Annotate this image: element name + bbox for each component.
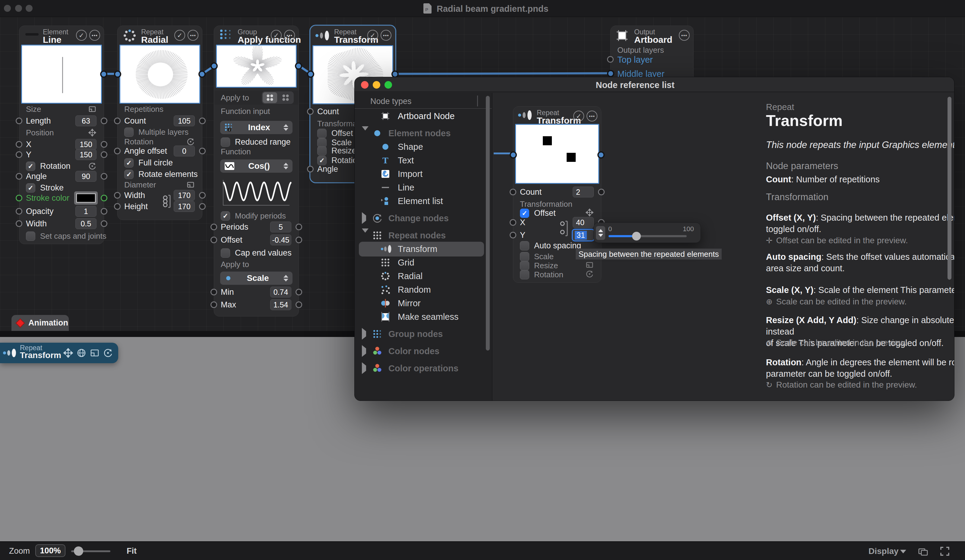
- node-menu-button[interactable]: •••: [89, 30, 100, 41]
- height-port[interactable]: [114, 203, 121, 210]
- node-type-radial[interactable]: Radial: [355, 269, 492, 283]
- width-port[interactable]: [16, 220, 22, 227]
- resize-checkbox[interactable]: ✓: [520, 261, 529, 270]
- slider-thumb[interactable]: [632, 232, 641, 240]
- x-field[interactable]: 150: [75, 139, 96, 150]
- function-input-select[interactable]: i Index: [220, 121, 293, 134]
- node-menu-button[interactable]: •••: [587, 111, 597, 121]
- stroke-color-port[interactable]: [16, 195, 22, 201]
- offset-port[interactable]: [296, 237, 302, 243]
- node-type-line[interactable]: Line: [355, 181, 492, 194]
- opacity-field[interactable]: 1: [75, 206, 96, 217]
- zoom-slider-thumb[interactable]: [74, 547, 83, 556]
- x-port[interactable]: [16, 141, 22, 148]
- node-element-line[interactable]: Element Line ✓ ••• Size Length 63 Positi…: [19, 26, 104, 244]
- node-type-element-nodes[interactable]: Element nodes: [355, 127, 492, 140]
- full-circle-checkbox[interactable]: ✓: [124, 158, 134, 168]
- length-port[interactable]: [16, 118, 22, 124]
- offset-field[interactable]: -0.45: [270, 235, 291, 245]
- selected-node-bar[interactable]: Repeat Transform: [0, 343, 118, 363]
- offset-checkbox[interactable]: ✓: [520, 209, 529, 218]
- x-port[interactable]: [510, 219, 516, 226]
- minimize-window-button[interactable]: [15, 5, 22, 12]
- multiple-layers-checkbox[interactable]: ✓: [124, 127, 134, 137]
- opacity-port[interactable]: [101, 208, 107, 215]
- rotation-checkbox[interactable]: ✓: [26, 162, 35, 171]
- node-type-import[interactable]: Import: [355, 167, 492, 181]
- offset-port[interactable]: [211, 237, 217, 243]
- node-type-random[interactable]: Random: [355, 283, 492, 297]
- output-port[interactable]: [295, 62, 302, 70]
- link-offset-icon[interactable]: [560, 219, 568, 238]
- node-group-apply-function[interactable]: Group Apply function ✓ ••• Apply to Func…: [214, 26, 299, 317]
- x-port[interactable]: [101, 141, 107, 148]
- min-port[interactable]: [296, 289, 302, 296]
- width-port[interactable]: [199, 192, 206, 199]
- diameter-width-field[interactable]: 170: [174, 190, 195, 201]
- count-port[interactable]: [307, 108, 314, 115]
- count-field[interactable]: 2: [572, 186, 594, 198]
- node-type-shape[interactable]: Shape: [355, 140, 492, 154]
- input-port[interactable]: [211, 62, 218, 70]
- apply-to-select[interactable]: Scale: [220, 271, 293, 285]
- animation-tab[interactable]: Animation: [11, 315, 69, 331]
- fullscreen-icon[interactable]: [940, 546, 950, 557]
- periods-port[interactable]: [211, 224, 217, 230]
- rotate-elements-checkbox[interactable]: ✓: [124, 170, 134, 179]
- angle-port[interactable]: [16, 173, 22, 180]
- y-port[interactable]: [101, 151, 107, 158]
- node-type-mirror[interactable]: Mirror: [355, 297, 492, 310]
- node-type-group-nodes[interactable]: Group nodes: [355, 327, 492, 341]
- modify-periods-checkbox[interactable]: ✓: [221, 211, 230, 220]
- angle-port[interactable]: [101, 173, 107, 180]
- max-port[interactable]: [296, 301, 302, 308]
- rotation-checkbox[interactable]: ✓: [520, 270, 529, 279]
- node-type-repeat-nodes[interactable]: Repeat nodes: [355, 229, 492, 242]
- angle-port[interactable]: [307, 166, 314, 172]
- fit-button[interactable]: Fit: [127, 547, 137, 556]
- count-field[interactable]: 105: [174, 116, 195, 126]
- node-type-text[interactable]: TText: [355, 154, 492, 167]
- periods-port[interactable]: [296, 224, 302, 230]
- max-field[interactable]: 1.54: [270, 299, 291, 310]
- y-field[interactable]: 150: [75, 149, 96, 160]
- scale-tool-icon[interactable]: [77, 348, 86, 358]
- caps-checkbox[interactable]: ✓: [26, 232, 35, 241]
- enable-node-button[interactable]: ✓: [367, 30, 378, 41]
- slider-track[interactable]: [608, 235, 687, 237]
- node-type-make-seamless[interactable]: Make seamless: [355, 310, 492, 324]
- resize-tool-icon[interactable]: [90, 348, 100, 358]
- stroke-color-swatch[interactable]: [74, 191, 98, 205]
- angle-offset-field[interactable]: 0: [174, 145, 195, 157]
- link-dimensions-icon[interactable]: [163, 191, 171, 211]
- move-tool-icon[interactable]: [63, 348, 73, 358]
- auto-spacing-checkbox[interactable]: ✓: [520, 241, 529, 250]
- count-port[interactable]: [114, 118, 121, 124]
- node-repeat-radial[interactable]: Repeat Radial ✓ ••• Repetitions Count 10…: [117, 26, 202, 220]
- diameter-height-field[interactable]: 170: [174, 201, 195, 212]
- close-modal-button[interactable]: [361, 81, 368, 88]
- node-type-color-nodes[interactable]: Color nodes: [355, 344, 492, 358]
- scale-checkbox[interactable]: ✓: [520, 252, 529, 261]
- reduced-range-checkbox[interactable]: ✓: [221, 137, 230, 147]
- enable-node-button[interactable]: ✓: [573, 111, 584, 121]
- length-field[interactable]: 63: [75, 116, 96, 126]
- enable-node-button[interactable]: ✓: [271, 30, 282, 41]
- input-port[interactable]: [307, 70, 314, 78]
- rotate-tool-icon[interactable]: [103, 348, 113, 358]
- output-port[interactable]: [597, 151, 605, 158]
- middle-layer-port[interactable]: [607, 70, 614, 77]
- offset-x-field[interactable]: 40: [572, 217, 594, 228]
- angle-field[interactable]: 90: [75, 171, 96, 182]
- node-menu-button[interactable]: •••: [284, 30, 295, 41]
- apply-to-group-option[interactable]: [278, 92, 293, 103]
- display-menu[interactable]: Display: [869, 547, 899, 556]
- node-menu-button[interactable]: •••: [188, 30, 198, 41]
- apply-to-segmented-control[interactable]: [262, 91, 294, 104]
- close-window-button[interactable]: [4, 5, 11, 12]
- width-port[interactable]: [114, 192, 121, 199]
- periods-field[interactable]: 5: [270, 222, 291, 232]
- node-type-grid[interactable]: Grid: [355, 256, 492, 269]
- enable-node-button[interactable]: ✓: [76, 30, 87, 41]
- sidebar-scrollbar[interactable]: [486, 96, 490, 351]
